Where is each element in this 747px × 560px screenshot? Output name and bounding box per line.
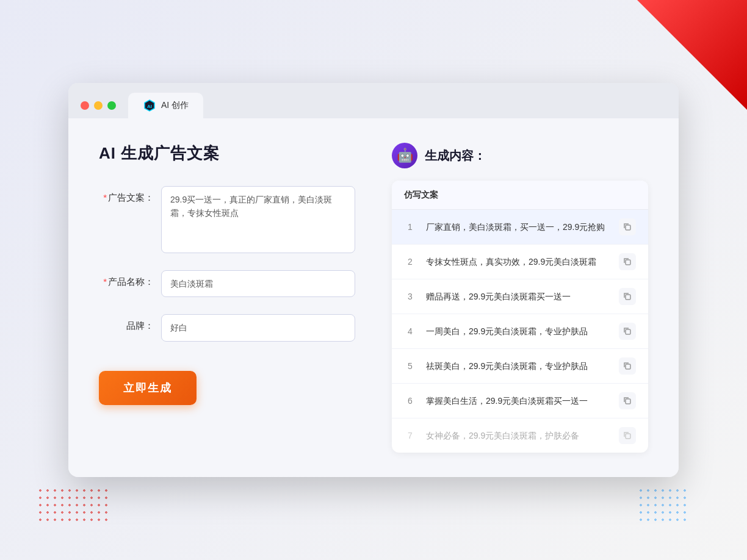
row-text: 一周美白，29.9元美白淡斑霜，专业护肤品 (426, 325, 609, 338)
row-text: 赠品再送，29.9元美白淡斑霜买一送一 (426, 290, 609, 303)
ad-copy-label: *广告文案： (99, 186, 154, 204)
svg-rect-8 (626, 434, 630, 439)
results-title: 生成内容： (425, 148, 486, 164)
copy-button[interactable] (619, 392, 636, 409)
generate-button[interactable]: 立即生成 (99, 371, 197, 405)
row-text: 专抹女性斑点，真实功效，29.9元美白淡斑霜 (426, 256, 609, 268)
copy-button[interactable] (619, 218, 636, 235)
form-group-brand: 品牌： (99, 314, 355, 341)
copy-button[interactable] (619, 427, 636, 444)
svg-rect-2 (626, 225, 630, 230)
form-group-product-name: *产品名称： (99, 270, 355, 297)
svg-rect-3 (626, 260, 630, 265)
svg-rect-5 (626, 329, 630, 334)
ad-copy-input[interactable]: 29.9买一送一，真正的厂家直销，美白淡斑霜，专抹女性斑点 (161, 186, 355, 253)
browser-window: AI AI 创作 AI 生成广告文案 *广告文案： 29.9买一送一，真正的厂家… (68, 83, 679, 477)
browser-tab[interactable]: AI AI 创作 (128, 93, 203, 118)
bg-decoration-dots-left (37, 487, 110, 523)
table-header-text: 仿写文案 (404, 190, 438, 199)
traffic-light-red[interactable] (81, 101, 89, 110)
row-number: 7 (404, 431, 416, 440)
svg-rect-4 (626, 295, 630, 300)
copy-button[interactable] (619, 357, 636, 375)
row-number: 6 (404, 396, 416, 406)
required-star-ad: * (103, 192, 107, 203)
row-number: 1 (404, 222, 416, 232)
table-row: 3 赠品再送，29.9元美白淡斑霜买一送一 (392, 279, 648, 314)
row-text: 厂家直销，美白淡斑霜，买一送一，29.9元抢购 (426, 221, 609, 234)
traffic-lights (81, 101, 116, 118)
table-row: 2 专抹女性斑点，真实功效，29.9元美白淡斑霜 (392, 245, 648, 279)
table-row: 1 厂家直销，美白淡斑霜，买一送一，29.9元抢购 (392, 210, 648, 245)
row-number: 2 (404, 257, 416, 267)
svg-rect-7 (626, 399, 630, 404)
table-row: 4 一周美白，29.9元美白淡斑霜，专业护肤品 (392, 314, 648, 349)
tab-label: AI 创作 (161, 100, 189, 111)
browser-chrome: AI AI 创作 (68, 83, 679, 118)
copy-button[interactable] (619, 323, 636, 340)
robot-icon (392, 143, 417, 168)
product-name-input[interactable] (161, 270, 355, 297)
svg-rect-6 (626, 364, 630, 369)
copy-button[interactable] (619, 253, 636, 270)
form-group-ad-copy: *广告文案： 29.9买一送一，真正的厂家直销，美白淡斑霜，专抹女性斑点 (99, 186, 355, 253)
table-header: 仿写文案 (392, 181, 648, 210)
traffic-light-yellow[interactable] (94, 101, 103, 110)
result-table: 仿写文案 1 厂家直销，美白淡斑霜，买一送一，29.9元抢购 2 专抹 (392, 181, 648, 453)
table-row: 5 祛斑美白，29.9元美白淡斑霜，专业护肤品 (392, 349, 648, 384)
required-star-product: * (103, 276, 107, 287)
row-number: 4 (404, 326, 416, 336)
traffic-light-green[interactable] (107, 101, 116, 110)
row-text: 女神必备，29.9元美白淡斑霜，护肤必备 (426, 429, 609, 442)
svg-text:AI: AI (147, 104, 152, 109)
ai-icon: AI (143, 99, 156, 112)
product-name-label: *产品名称： (99, 270, 154, 288)
table-row: 6 掌握美白生活，29.9元美白淡斑霜买一送一 (392, 384, 648, 418)
row-text: 掌握美白生活，29.9元美白淡斑霜买一送一 (426, 395, 609, 407)
bg-decoration-dots-right (637, 487, 686, 523)
row-text: 祛斑美白，29.9元美白淡斑霜，专业护肤品 (426, 360, 609, 373)
left-panel: AI 生成广告文案 *广告文案： 29.9买一送一，真正的厂家直销，美白淡斑霜，… (99, 143, 355, 453)
copy-button[interactable] (619, 288, 636, 305)
right-panel: 生成内容： 仿写文案 1 厂家直销，美白淡斑霜，买一送一，29.9元抢购 (392, 143, 648, 453)
brand-label: 品牌： (99, 314, 154, 332)
page-title: AI 生成广告文案 (99, 143, 355, 164)
row-number: 5 (404, 361, 416, 371)
brand-input[interactable] (161, 314, 355, 341)
browser-content: AI 生成广告文案 *广告文案： 29.9买一送一，真正的厂家直销，美白淡斑霜，… (68, 118, 679, 477)
row-number: 3 (404, 292, 416, 301)
table-row: 7 女神必备，29.9元美白淡斑霜，护肤必备 (392, 418, 648, 453)
results-header: 生成内容： (392, 143, 648, 168)
